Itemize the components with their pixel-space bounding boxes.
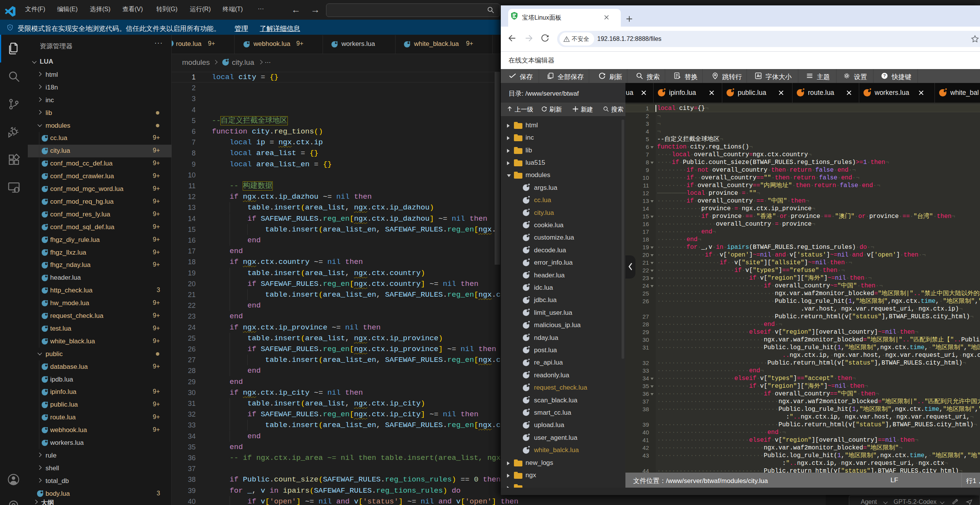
svg-text:?: ? bbox=[883, 73, 886, 78]
